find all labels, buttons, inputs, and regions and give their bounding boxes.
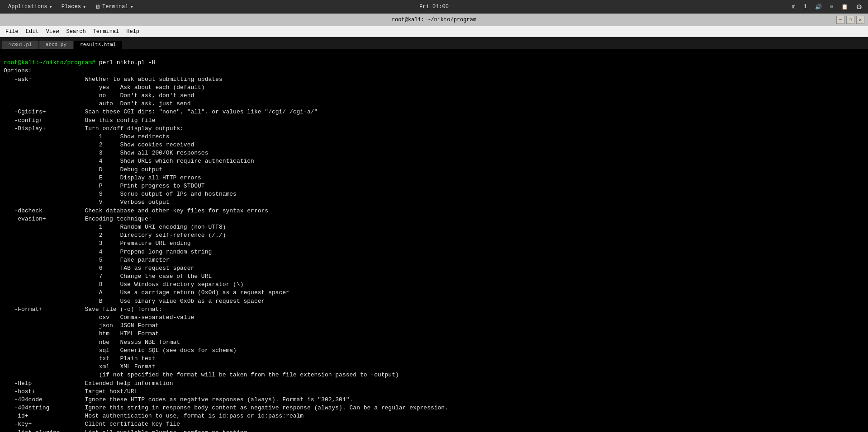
window-title-bar: root@kali: ~/nikto/program ─ □ ✕ — [0, 14, 868, 26]
tab-results[interactable]: results.html — [74, 41, 122, 49]
applications-menu[interactable]: Applications ▾ — [4, 2, 57, 12]
terminal-arrow: ▾ — [130, 4, 133, 10]
tab-abcd[interactable]: abcd.py — [39, 41, 73, 49]
audio-icon[interactable]: 🔊 — [812, 3, 825, 11]
places-arrow: ▾ — [83, 4, 86, 10]
window-title: root@kali: ~/nikto/program — [392, 17, 476, 23]
terminal-menu-item[interactable]: Terminal — [90, 28, 123, 36]
system-bar-left: Applications ▾ Places ▾ 🖥 Terminal ▾ — [4, 2, 138, 12]
terminal-label: Terminal — [102, 4, 128, 10]
system-bar: Applications ▾ Places ▾ 🖥 Terminal ▾ Fri… — [0, 0, 868, 14]
view-menu[interactable]: View — [43, 28, 63, 36]
system-clock: Fri 01:00 — [419, 4, 449, 10]
file-menu[interactable]: File — [2, 28, 22, 36]
applications-label: Applications — [8, 4, 47, 10]
places-label: Places — [62, 4, 81, 10]
menu-bar: File Edit View Search Terminal Help — [0, 26, 868, 37]
help-menu[interactable]: Help — [123, 28, 143, 36]
system-bar-right: ⊞ 1 🔊 ⌨ 📋 ⏻ — [789, 3, 864, 11]
terminal-command: perl nikto.pl -H — [99, 59, 156, 66]
window-controls: ─ □ ✕ — [836, 16, 864, 24]
power-icon[interactable]: ⏻ — [854, 3, 864, 11]
terminal-prompt: root@kali:~/nikto/program# — [4, 59, 99, 66]
terminal-icon: 🖥 — [95, 4, 100, 10]
keyboard-icon[interactable]: ⌨ — [827, 3, 836, 11]
search-menu[interactable]: Search — [62, 28, 89, 36]
terminal-body[interactable]: root@kali:~/nikto/program# perl nikto.pl… — [0, 49, 868, 432]
tabs-bar: 47361.pl abcd.py results.html — [0, 37, 868, 49]
maximize-button[interactable]: □ — [846, 16, 854, 24]
edit-menu[interactable]: Edit — [22, 28, 43, 36]
workspace-number[interactable]: 1 — [801, 3, 810, 11]
tab-47361[interactable]: 47361.pl — [2, 41, 38, 49]
multiscreen-icon[interactable]: ⊞ — [789, 3, 798, 11]
clipboard-icon[interactable]: 📋 — [839, 3, 851, 11]
terminal-menu[interactable]: 🖥 Terminal ▾ — [90, 2, 138, 12]
close-button[interactable]: ✕ — [856, 16, 864, 24]
terminal-output: Options: -ask+ Whether to ask about subm… — [4, 67, 448, 432]
minimize-button[interactable]: ─ — [836, 16, 844, 24]
places-menu[interactable]: Places ▾ — [57, 2, 90, 12]
applications-arrow: ▾ — [49, 4, 52, 10]
